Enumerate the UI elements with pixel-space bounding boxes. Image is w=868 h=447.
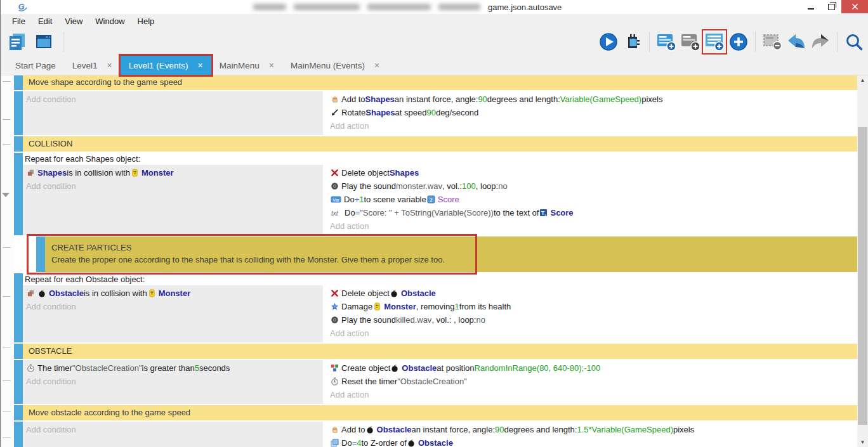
shapes-icon — [27, 169, 35, 177]
action-line[interactable]: Add to Shapes an instant force, angle: 9… — [327, 93, 858, 106]
condition-line[interactable]: Obstacle is in collision with Monster — [23, 287, 323, 300]
debug-button[interactable] — [621, 30, 644, 53]
action-line[interactable]: Play the sound monster.wav, vol.: 100, l… — [327, 179, 858, 193]
action-line[interactable]: Add to Obstacle an instant force, angle:… — [327, 423, 858, 436]
menu-item-file[interactable]: File — [6, 16, 32, 26]
add-condition-button[interactable]: Add condition — [23, 93, 323, 106]
event-selection-bar[interactable] — [14, 273, 23, 342]
tab-start-page[interactable]: Start Page — [7, 56, 64, 75]
toggle-event-button[interactable] — [761, 30, 784, 53]
add-action-button[interactable]: Add action — [327, 119, 858, 133]
event-group-header-move-obstacle-according-to-the[interactable]: Move obstacle according to the game spee… — [23, 405, 858, 420]
toolbar — [1, 28, 868, 56]
comment-block[interactable]: CREATE PARTICLESCreate the proper one ac… — [45, 236, 858, 272]
vertical-scrollbar[interactable]: ▲ ▼ — [857, 75, 868, 447]
tab-mainmenu[interactable]: MainMenu× — [211, 56, 282, 75]
condition-line[interactable]: The timer "ObstacleCreation" is greater … — [23, 361, 323, 375]
event-selection-bar[interactable] — [14, 422, 23, 447]
actions-cell: Delete object ShapesPlay the sound monst… — [324, 165, 858, 235]
add-subevent-button[interactable] — [703, 30, 726, 53]
action-line[interactable]: Do = 4 to Z-order of Obstacle — [327, 436, 858, 447]
var-icon: Var — [331, 195, 341, 204]
event-group-header-move-shape-according-to-the-ga[interactable]: Move shape according to the game speed — [23, 75, 858, 90]
conditions-cell: Obstacle is in collision with MonsterAdd… — [23, 285, 324, 342]
add-event-button[interactable] — [655, 30, 678, 53]
tab-close-icon[interactable]: × — [107, 60, 112, 70]
gutter-tree-line — [3, 380, 11, 381]
redo-button[interactable] — [809, 30, 832, 53]
conditions-cell: Add condition — [23, 91, 324, 135]
event-selection-bar[interactable] — [14, 405, 23, 420]
add-condition-button[interactable]: Add condition — [23, 179, 323, 193]
action-line[interactable]: Delete object Shapes — [327, 166, 858, 179]
comment-title: CREATE PARTICLES — [51, 242, 858, 254]
tab-close-icon[interactable]: × — [269, 60, 274, 70]
action-line[interactable]: Damage Monster, removing 1 from its heal… — [327, 300, 858, 313]
restore-button[interactable] — [821, 0, 841, 13]
tab-mainmenu-events[interactable]: MainMenu (Events)× — [282, 56, 388, 75]
redo-icon — [810, 32, 831, 51]
add-circle-button[interactable] — [727, 30, 750, 53]
tab-close-icon[interactable]: × — [198, 60, 203, 70]
toolbar-separator — [755, 32, 756, 52]
scrollbar-thumb[interactable] — [858, 127, 867, 425]
event-block: The timer "ObstacleCreation" is greater … — [23, 360, 858, 404]
event-selection-bar[interactable] — [14, 136, 23, 152]
add-condition-button[interactable]: Add condition — [23, 375, 323, 388]
scene-editor-icon — [34, 32, 54, 52]
tab-close-icon[interactable]: × — [374, 60, 379, 70]
menu-item-view[interactable]: View — [58, 16, 89, 26]
gutter-tree-line — [3, 247, 11, 248]
obstacle-icon — [366, 425, 374, 434]
add-condition-button[interactable]: Add condition — [23, 423, 323, 436]
add-action-button[interactable]: Add action — [327, 388, 858, 401]
toolbar-separator — [63, 32, 63, 52]
tab-level1[interactable]: Level1× — [64, 56, 121, 75]
menu-item-help[interactable]: Help — [131, 16, 161, 26]
gutter-tree-line — [3, 296, 11, 297]
action-line[interactable]: Play the sound killed.wav, vol.: , loop:… — [327, 313, 858, 327]
action-line[interactable]: Reset the timer "ObstacleCreation" — [327, 375, 858, 388]
action-line[interactable]: Create object Obstacle at position Rando… — [327, 361, 858, 375]
event-selection-bar[interactable] — [36, 236, 45, 272]
scroll-up-icon[interactable]: ▲ — [857, 77, 868, 83]
foreach-header[interactable]: Repeat for each Shapes object: — [23, 153, 858, 165]
zorder-icon — [331, 439, 339, 447]
sound-icon — [331, 182, 339, 190]
create-icon — [331, 364, 339, 372]
search-button[interactable] — [843, 30, 865, 53]
toolbar-separator — [837, 32, 838, 52]
project-events-button[interactable] — [6, 30, 29, 53]
subevent-indent — [14, 236, 36, 272]
add-action-button[interactable]: Add action — [327, 219, 858, 233]
add-action-button[interactable]: Add action — [327, 327, 858, 340]
action-line[interactable]: Rotate Shapes at speed 90deg/second — [327, 106, 858, 119]
action-line[interactable]: Delete object Obstacle — [327, 287, 858, 300]
menu-item-edit[interactable]: Edit — [32, 16, 58, 26]
minimize-button[interactable] — [801, 0, 821, 13]
delete-icon — [331, 169, 339, 177]
scroll-down-icon[interactable]: ▼ — [857, 439, 868, 445]
foreach-header[interactable]: Repeat for each Obstacle object: — [23, 273, 858, 285]
event-selection-bar[interactable] — [14, 153, 23, 235]
tab-level1-events[interactable]: Level1 (Events)× — [121, 56, 211, 75]
action-line[interactable]: txtDo = "Score: " + ToString(Variable(Sc… — [327, 206, 858, 219]
event-group-header-collision[interactable]: COLLISION — [23, 136, 858, 152]
undo-button[interactable] — [785, 30, 808, 53]
scene-editor-button[interactable] — [32, 30, 55, 53]
event-selection-bar[interactable] — [14, 75, 23, 90]
event-selection-bar[interactable] — [14, 344, 23, 359]
event-selection-bar[interactable] — [14, 91, 23, 135]
menu-item-window[interactable]: Window — [89, 16, 131, 26]
project-events-icon — [7, 32, 27, 52]
condition-line[interactable]: Shapes is in collision with Monster — [23, 166, 323, 179]
event-selection-bar[interactable] — [14, 360, 23, 404]
event-group-header-obstacle[interactable]: OBSTACLE — [23, 344, 858, 359]
close-button[interactable] — [841, 0, 868, 13]
play-button[interactable] — [597, 30, 620, 53]
add-comment-button[interactable] — [679, 30, 702, 53]
svg-text:Var: Var — [332, 198, 339, 202]
action-line[interactable]: VarDo + 1 to scene variable zScore — [327, 193, 858, 206]
collapse-arrow-icon[interactable] — [2, 193, 10, 197]
add-condition-button[interactable]: Add condition — [23, 300, 323, 313]
